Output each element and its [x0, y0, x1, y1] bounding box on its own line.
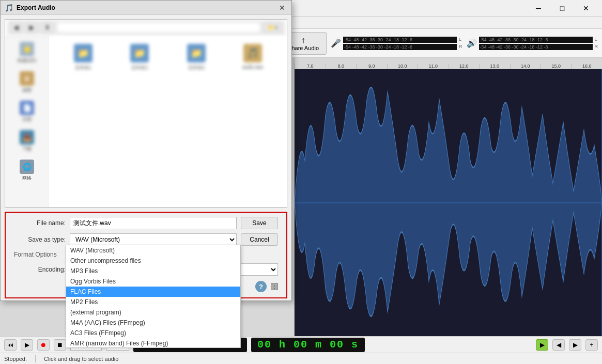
dialog-titlebar: 🎵 Export Audio ✕: [1, 1, 291, 15]
dropdown-mp2[interactable]: MP2 Files: [66, 297, 240, 307]
new-folder-btn[interactable]: 📁+: [263, 22, 283, 33]
encoding-label: Encoding:: [14, 266, 66, 273]
dialog-body: ◀ ▶ ⬆ 📁+ ⭐ 快速访问: [1, 19, 291, 298]
dialog-close-button[interactable]: ✕: [277, 3, 287, 13]
dropdown-other-uncomp[interactable]: Other uncompressed files: [66, 256, 240, 266]
up-btn[interactable]: ⬆: [40, 22, 54, 33]
export-audio-dialog: 🎵 Export Audio ✕ ◀ ▶ ⬆ 📁+: [0, 0, 292, 301]
dropdown-flac[interactable]: FLAC Files: [66, 287, 240, 297]
dropdown-mp3[interactable]: MP3 Files: [66, 266, 240, 276]
format-dropdown: WAV (Microsoft) Other uncompressed files…: [66, 245, 241, 348]
filename-row: File name: Save: [6, 215, 286, 231]
save-as-type-label: Save as type:: [14, 236, 66, 243]
help-icon[interactable]: ?: [255, 281, 267, 292]
back-btn[interactable]: ◀: [9, 22, 23, 33]
dialog-overlay: 🎵 Export Audio ✕ ◀ ▶ ⬆ 📁+: [0, 0, 602, 364]
save-as-type-wrapper: WAV (Microsoft): [70, 233, 237, 246]
filename-input[interactable]: [70, 217, 237, 229]
breadcrumb-input[interactable]: [56, 22, 261, 33]
dropdown-ogg[interactable]: Ogg Vorbis Files: [66, 276, 240, 287]
dialog-form-section: File name: Save Save as type: WAV (Micro…: [5, 212, 287, 298]
filename-label: File name:: [14, 219, 66, 227]
cancel-button[interactable]: Cancel: [241, 233, 278, 246]
scroll-indicator: ⋮: [271, 283, 278, 290]
dropdown-amr[interactable]: AMR (narrow band) Files (FFmpeg): [66, 338, 240, 348]
network-sidebar-item[interactable]: 🌐 网络: [7, 157, 47, 184]
network-label: 网络: [22, 175, 32, 182]
dropdown-wav-ms[interactable]: WAV (Microsoft): [66, 245, 240, 256]
dropdown-external[interactable]: (external program): [66, 307, 240, 318]
dialog-title: Export Audio: [17, 4, 55, 11]
save-button[interactable]: Save: [241, 217, 278, 229]
dropdown-m4a[interactable]: M4A (AAC) Files (FFmpeg): [66, 318, 240, 328]
dialog-icon: 🎵: [5, 4, 13, 12]
save-as-type-select[interactable]: WAV (Microsoft): [70, 233, 237, 246]
save-as-type-container: Save as type: WAV (Microsoft) Cancel WAV…: [6, 231, 286, 248]
forward-btn[interactable]: ▶: [25, 22, 38, 33]
file-browser: ◀ ▶ ⬆ 📁+ ⭐ 快速访问: [5, 19, 287, 208]
format-options-label: Format Options: [14, 251, 57, 258]
dropdown-ac3[interactable]: AC3 Files (FFmpeg): [66, 328, 240, 338]
